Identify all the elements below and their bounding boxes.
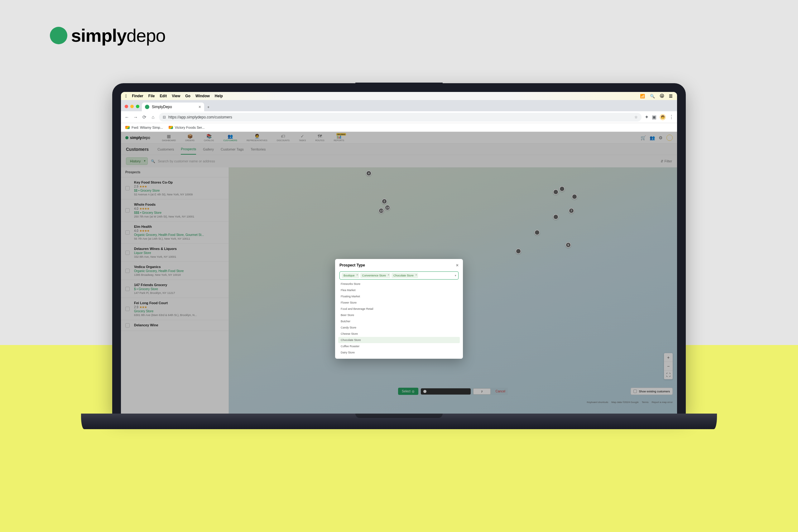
dropdown-option[interactable]: Chocolate Store — [338, 337, 460, 343]
window-controls — [124, 105, 142, 111]
modal-close-icon[interactable]: × — [456, 263, 458, 268]
apple-menu-icon[interactable]:  — [125, 94, 127, 98]
modal-options-list: Fireworks StoreFlea MarketFloating Marke… — [338, 281, 460, 356]
dropdown-option[interactable]: Flower Store — [338, 300, 460, 306]
dropdown-option[interactable]: Food and Beverage Retail — [338, 306, 460, 312]
extensions-icon[interactable]: ✦ — [645, 114, 649, 120]
app-container: simplydepo ▦DASHBOARD📦ORDERS📚CATALOG👥CUS… — [121, 132, 677, 414]
dropdown-option[interactable]: Cheese Store — [338, 331, 460, 337]
browser-tab[interactable]: SimplyDepo × — [142, 102, 204, 111]
menu-finder[interactable]: Finder — [132, 94, 144, 98]
tab-favicon-icon — [145, 105, 149, 109]
reload-button[interactable]: ⟳ — [141, 114, 147, 120]
bookmark-label: Fwd: Witamy Simp... — [132, 126, 163, 129]
brand-dot-icon — [50, 27, 67, 44]
close-tab-icon[interactable]: × — [198, 104, 201, 109]
url-text: https://app.simplydepo.com/customers — [168, 115, 232, 119]
dropdown-option[interactable]: Fireworks Store — [338, 281, 460, 287]
selected-chip[interactable]: Chocolate Store — [392, 273, 418, 278]
menu-edit[interactable]: Edit — [159, 94, 167, 98]
user-icon[interactable]: ⓤ — [660, 93, 664, 99]
side-panel-icon[interactable]: ▣ — [652, 114, 657, 120]
dropdown-option[interactable]: Butcher — [338, 318, 460, 324]
wifi-icon[interactable]: 📶 — [640, 94, 645, 98]
selected-chip[interactable]: Boutique — [342, 273, 359, 278]
tab-title: SimplyDepo — [152, 105, 172, 109]
address-bar[interactable]: ⊟ https://app.simplydepo.com/customers ☆ — [159, 113, 642, 121]
brand-text: simplydepo — [71, 25, 166, 46]
dropdown-option[interactable]: Dairy Store — [338, 349, 460, 356]
forward-button[interactable]: → — [133, 114, 138, 120]
back-button[interactable]: ← — [124, 114, 130, 120]
menu-file[interactable]: File — [148, 94, 155, 98]
home-button[interactable]: ⌂ — [150, 114, 156, 120]
lock-icon: ⊟ — [163, 115, 166, 119]
browser-tab-strip: SimplyDepo × + — [121, 100, 677, 111]
prospect-type-modal: Prospect Type × BoutiqueConvenience Stor… — [335, 259, 463, 359]
dropdown-option[interactable]: Coffee Roaster — [338, 343, 460, 349]
spotlight-icon[interactable]: 🔍 — [650, 94, 655, 98]
gmail-icon — [125, 126, 130, 129]
dropdown-option[interactable]: Beer Store — [338, 312, 460, 318]
browser-toolbar: ← → ⟳ ⌂ ⊟ https://app.simplydepo.com/cus… — [121, 111, 677, 123]
maximize-window-icon[interactable] — [136, 105, 139, 108]
brand-logo: simplydepo — [50, 25, 166, 46]
bookmark-label: Victory Foods Ser... — [175, 126, 205, 129]
dropdown-option[interactable]: Flea Market — [338, 287, 460, 293]
menu-window[interactable]: Window — [195, 94, 210, 98]
gmail-icon — [169, 126, 173, 129]
selected-chip[interactable]: Convenience Store — [360, 273, 391, 278]
bookmark-item[interactable]: Victory Foods Ser... — [169, 126, 205, 129]
menu-help[interactable]: Help — [215, 94, 223, 98]
bookmark-item[interactable]: Fwd: Witamy Simp... — [125, 126, 163, 129]
close-window-icon[interactable] — [125, 105, 128, 108]
modal-multiselect[interactable]: BoutiqueConvenience StoreChocolate Store — [340, 271, 458, 280]
macos-menubar:  Finder File Edit View Go Window Help 📶… — [121, 92, 677, 100]
new-tab-button[interactable]: + — [204, 103, 213, 111]
laptop-mockup:  Finder File Edit View Go Window Help 📶… — [112, 83, 686, 436]
menu-go[interactable]: Go — [185, 94, 190, 98]
dropdown-option[interactable]: Candy Store — [338, 324, 460, 331]
bookmarks-bar: Fwd: Witamy Simp... Victory Foods Ser... — [121, 123, 677, 132]
minimize-window-icon[interactable] — [130, 105, 134, 108]
modal-title: Prospect Type — [340, 263, 365, 267]
bookmark-star-icon[interactable]: ☆ — [634, 115, 638, 119]
profile-avatar[interactable]: 🧑 — [660, 114, 666, 120]
dropdown-option[interactable]: Floating Market — [338, 293, 460, 300]
control-center-icon[interactable]: ☰ — [669, 94, 673, 98]
menu-view[interactable]: View — [172, 94, 180, 98]
chrome-menu-icon[interactable]: ⋮ — [669, 114, 674, 120]
